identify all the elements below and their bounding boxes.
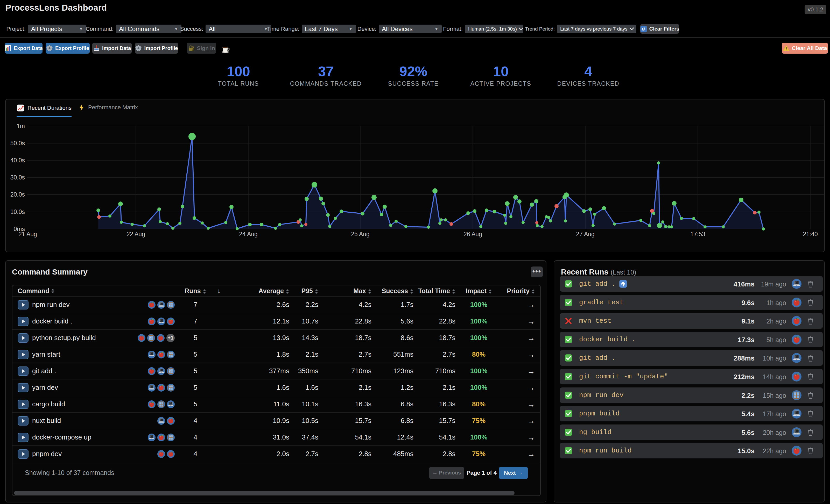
svg-text:26 Aug: 26 Aug: [464, 231, 482, 237]
svg-text:27 Aug: 27 Aug: [576, 231, 595, 237]
svg-text:25 Aug: 25 Aug: [351, 231, 370, 237]
svg-text:30.0s: 30.0s: [10, 174, 25, 181]
svg-text:22 Aug: 22 Aug: [127, 231, 145, 237]
svg-text:20.0s: 20.0s: [10, 191, 25, 198]
svg-text:10.0s: 10.0s: [10, 208, 25, 215]
svg-text:40.0s: 40.0s: [10, 157, 25, 164]
svg-text:21 Aug: 21 Aug: [19, 231, 37, 237]
svg-text:50.0s: 50.0s: [10, 140, 25, 146]
svg-text:1m: 1m: [17, 123, 25, 130]
svg-text:17:53: 17:53: [690, 231, 705, 237]
svg-text:21:40: 21:40: [803, 231, 818, 237]
svg-text:24 Aug: 24 Aug: [239, 231, 258, 237]
